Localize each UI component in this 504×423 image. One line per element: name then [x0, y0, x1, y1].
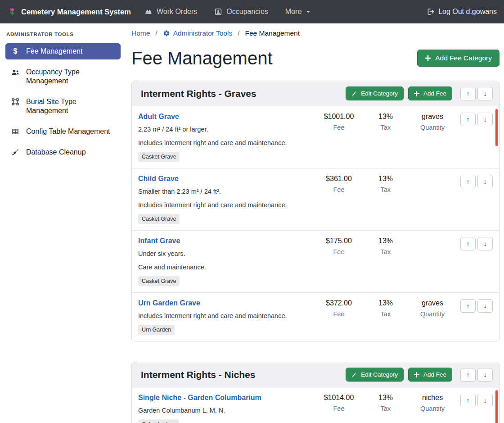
sidebar-item-burial-site-type-management[interactable]: Burial Site Type Management [5, 94, 121, 119]
card-scrollbar-thumb[interactable] [495, 390, 498, 423]
fee-name-link[interactable]: Single Niche - Garden Columbarium [138, 394, 261, 402]
fee-name-link[interactable]: Urn Garden Grave [138, 299, 200, 307]
plus-icon [425, 55, 431, 61]
quantity-col: niches Quantity [409, 394, 456, 412]
fee-amount-label: Fee [315, 186, 362, 193]
nav-item-work-orders[interactable]: Work Orders [144, 8, 197, 16]
fee-amount-label: Fee [315, 310, 362, 318]
fee-move-up-button[interactable]: ↑ [460, 299, 476, 313]
category-header: Interment Rights - Graves Edit Category … [132, 81, 499, 106]
add-fee-category-label: Add Fee Category [435, 54, 492, 62]
tax-col: 13% Tax [362, 237, 409, 255]
sidebar-item-occupancy-type-management[interactable]: Occupancy Type Management [5, 64, 121, 89]
arrow-up-icon: ↑ [467, 178, 470, 185]
fee-description: 2.23 m² / 24 ft² or larger. [138, 125, 311, 134]
page-layout: Administrator Tools $ Fee Management Occ… [0, 23, 504, 423]
category-title: Interment Rights - Graves [141, 88, 256, 99]
add-fee-label: Add Fee [423, 90, 446, 97]
fee-info: Urn Garden Grave Includes interment righ… [138, 299, 315, 338]
fee-move-up-button[interactable]: ↑ [460, 237, 476, 250]
breadcrumb-admin-tools-link[interactable]: Administrator Tools [163, 29, 233, 37]
fee-row: Single Niche - Garden Columbarium Garden… [132, 387, 499, 423]
fee-name-link[interactable]: Adult Grave [138, 113, 179, 121]
arrow-down-icon: ↓ [484, 371, 487, 378]
fee-move-down-button[interactable]: ↓ [477, 299, 493, 313]
tax-value: 13% [362, 299, 409, 307]
add-fee-button[interactable]: Add Fee [408, 368, 452, 382]
fee-info: Child Grave Smaller than 2.23 m² / 24 ft… [138, 175, 315, 227]
fee-info: Adult Grave 2.23 m² / 24 ft² or larger. … [138, 113, 315, 165]
pencil-icon [351, 372, 357, 378]
sidebar-item-fee-management[interactable]: $ Fee Management [5, 43, 121, 59]
arrow-up-icon: ↑ [467, 116, 470, 123]
nav-item-more[interactable]: More [285, 8, 311, 16]
fee-move-down-button[interactable]: ↓ [477, 237, 493, 250]
fee-name-link[interactable]: Child Grave [138, 175, 179, 183]
tax-label: Tax [362, 186, 409, 193]
top-navbar: Cemetery Management System Work Orders O… [0, 0, 504, 23]
quantity-label: Quantity [409, 310, 456, 318]
fee-move-up-button[interactable]: ↑ [460, 394, 476, 407]
fee-row: Urn Garden Grave Includes interment righ… [132, 292, 499, 341]
dollar-icon: $ [11, 47, 20, 55]
card-scrollbar-thumb[interactable] [495, 109, 498, 146]
fee-row: Adult Grave 2.23 m² / 24 ft² or larger. … [132, 106, 499, 168]
arrow-down-icon: ↓ [484, 302, 487, 309]
arrow-up-icon: ↑ [467, 240, 470, 247]
breadcrumb: Home / Administrator Tools / Fee Managem… [131, 29, 500, 37]
fee-amount-col: $372.00 Fee [315, 299, 362, 318]
sidebar-item-label: Occupancy Type Management [26, 68, 115, 86]
users-icon [11, 68, 20, 76]
fee-type-badge: Urn Garden [138, 325, 175, 335]
fee-move-up-button[interactable]: ↑ [460, 175, 476, 188]
edit-category-button[interactable]: Edit Category [346, 368, 404, 382]
fee-description: Care and maintenance. [138, 263, 311, 272]
nav-label: More [285, 8, 302, 16]
fee-name-link[interactable]: Infant Grave [138, 237, 180, 245]
fee-move-up-button[interactable]: ↑ [460, 113, 476, 126]
nav-item-occupancies[interactable]: Occupancies [214, 8, 268, 16]
logout-label: Log Out d.gowans [438, 8, 497, 16]
hard-hat-icon [144, 8, 153, 16]
breadcrumb-section-label: Administrator Tools [173, 29, 233, 37]
fee-info: Single Niche - Garden Columbarium Garden… [138, 394, 315, 423]
fee-amount: $1014.00 [315, 394, 362, 402]
category-body: Adult Grave 2.23 m² / 24 ft² or larger. … [132, 106, 499, 341]
fee-move-down-button[interactable]: ↓ [477, 113, 493, 126]
nav-label: Work Orders [157, 8, 197, 16]
edit-category-button[interactable]: Edit Category [346, 86, 404, 100]
sidebar-item-database-cleanup[interactable]: Database Cleanup [5, 144, 121, 160]
logout-button[interactable]: Log Out d.gowans [427, 8, 497, 16]
sidebar-item-label: Database Cleanup [26, 148, 86, 157]
breadcrumb-home-link[interactable]: Home [131, 29, 150, 37]
add-fee-category-button[interactable]: Add Fee Category [417, 50, 500, 67]
category-move-up-button[interactable]: ↑ [460, 368, 476, 382]
plus-icon [414, 372, 419, 378]
category-move-down-button[interactable]: ↓ [477, 368, 493, 382]
category-header: Interment Rights - Niches Edit Category … [132, 362, 499, 387]
tax-col: 13% Tax [362, 299, 409, 318]
tax-label: Tax [362, 248, 409, 255]
fee-description: Garden Columbarium L, M, N. [138, 406, 311, 415]
fee-move-down-button[interactable]: ↓ [477, 394, 493, 407]
fee-amount-label: Fee [315, 124, 362, 131]
fee-row: Infant Grave Under six years. Care and m… [132, 230, 499, 292]
category-actions: Edit Category Add Fee ↑ ↓ [346, 368, 493, 382]
sidebar-item-config-table-management[interactable]: Config Table Management [5, 123, 121, 140]
arrow-up-icon: ↑ [467, 397, 470, 404]
category-move-up-button[interactable]: ↑ [460, 87, 476, 100]
person-frame-icon [214, 8, 222, 16]
app-brand[interactable]: Cemetery Management System [7, 7, 131, 17]
vector-square-icon [11, 98, 20, 106]
arrow-up-icon: ↑ [467, 90, 470, 97]
category-card-niches: Interment Rights - Niches Edit Category … [131, 362, 500, 423]
fee-type-badge: Casket Grave [138, 276, 180, 286]
category-move-down-button[interactable]: ↓ [477, 87, 493, 100]
tax-col: 13% Tax [362, 175, 409, 193]
fee-amount-col: $1014.00 Fee [315, 394, 362, 412]
add-fee-button[interactable]: Add Fee [408, 86, 452, 100]
tax-label: Tax [362, 310, 409, 318]
add-fee-label: Add Fee [423, 371, 446, 378]
fee-move-down-button[interactable]: ↓ [477, 175, 493, 188]
edit-category-label: Edit Category [361, 371, 398, 378]
